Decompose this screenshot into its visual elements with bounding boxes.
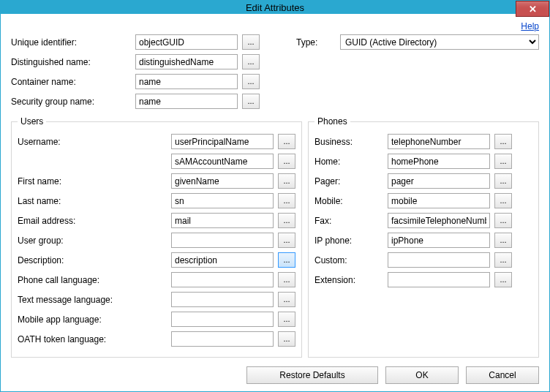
business-label: Business: [314, 137, 388, 147]
unique-identifier-input[interactable] [135, 34, 238, 50]
unique-identifier-browse-button[interactable]: ... [242, 34, 260, 50]
oath-token-lang-label: OATH token language: [18, 334, 171, 344]
business-input[interactable] [388, 134, 490, 149]
user-group-input[interactable] [171, 233, 274, 248]
username-label: Username: [18, 137, 171, 147]
dialog-buttons: Restore Defaults OK Cancel [11, 358, 539, 384]
container-name-browse-button[interactable]: ... [242, 74, 260, 89]
text-msg-lang-input[interactable] [171, 292, 274, 307]
pager-label: Pager: [314, 176, 388, 186]
phones-group: Phones Business: ... Home: ... Pager: ..… [308, 116, 539, 358]
description-input[interactable] [171, 252, 274, 268]
container-name-label: Container name: [11, 77, 135, 87]
phone-call-lang-input[interactable] [171, 272, 274, 287]
username2-browse-button[interactable]: ... [278, 154, 295, 169]
oath-token-lang-input[interactable] [171, 331, 274, 347]
mobile-label: Mobile: [314, 196, 388, 206]
type-label: Type: [296, 37, 340, 48]
username-browse-button[interactable]: ... [278, 134, 295, 149]
fax-label: Fax: [314, 216, 388, 226]
email-label: Email address: [18, 216, 171, 226]
help-link[interactable]: Help [521, 21, 539, 31]
ip-phone-input[interactable] [388, 233, 490, 248]
extension-input[interactable] [388, 272, 490, 287]
security-group-name-label: Security group name: [11, 97, 135, 107]
email-browse-button[interactable]: ... [278, 213, 295, 228]
distinguished-name-label: Distinguished name: [11, 57, 135, 67]
type-select[interactable]: GUID (Active Directory) [340, 34, 539, 50]
top-fields: Unique identifier: ... Type: GUID (Activ… [11, 34, 539, 109]
content-area: Help Unique identifier: ... Type: GUID (… [1, 14, 549, 391]
description-browse-button[interactable]: ... [278, 252, 295, 268]
security-group-name-input[interactable] [135, 94, 238, 109]
close-button[interactable]: ✕ [516, 1, 549, 17]
fax-browse-button[interactable]: ... [494, 213, 512, 228]
email-input[interactable] [171, 213, 274, 228]
last-name-label: Last name: [18, 196, 171, 206]
extension-label: Extension: [314, 275, 388, 285]
ok-button[interactable]: OK [385, 366, 459, 384]
ip-phone-browse-button[interactable]: ... [494, 233, 512, 248]
home-browse-button[interactable]: ... [494, 154, 512, 169]
extension-browse-button[interactable]: ... [494, 272, 512, 287]
window-title: Edit Attributes [1, 2, 549, 13]
mobile-input[interactable] [388, 193, 490, 208]
text-msg-lang-browse-button[interactable]: ... [278, 292, 295, 307]
edit-attributes-dialog: Edit Attributes ✕ Help Unique identifier… [0, 0, 550, 392]
unique-identifier-label: Unique identifier: [11, 37, 135, 48]
text-msg-lang-label: Text message language: [18, 295, 171, 305]
users-group: Users Username: ... ... First name: ... [11, 116, 302, 358]
container-name-input[interactable] [135, 74, 238, 89]
custom-input[interactable] [388, 252, 490, 268]
last-name-browse-button[interactable]: ... [278, 193, 295, 208]
mobile-browse-button[interactable]: ... [494, 193, 512, 208]
ip-phone-label: IP phone: [314, 235, 388, 246]
distinguished-name-input[interactable] [135, 54, 238, 69]
pager-input[interactable] [388, 173, 490, 189]
mobile-app-lang-label: Mobile app language: [18, 314, 171, 325]
user-group-label: User group: [18, 235, 171, 246]
users-legend: Users [18, 116, 46, 127]
fax-input[interactable] [388, 213, 490, 228]
custom-browse-button[interactable]: ... [494, 252, 512, 268]
home-label: Home: [314, 157, 388, 167]
distinguished-name-browse-button[interactable]: ... [242, 54, 260, 69]
home-input[interactable] [388, 154, 490, 169]
user-group-browse-button[interactable]: ... [278, 233, 295, 248]
phone-call-lang-label: Phone call language: [18, 275, 171, 285]
last-name-input[interactable] [171, 193, 274, 208]
first-name-input[interactable] [171, 173, 274, 189]
mobile-app-lang-input[interactable] [171, 312, 274, 327]
security-group-name-browse-button[interactable]: ... [242, 94, 260, 109]
business-browse-button[interactable]: ... [494, 134, 512, 149]
restore-defaults-button[interactable]: Restore Defaults [246, 366, 378, 384]
username-input[interactable] [171, 134, 274, 149]
description-label: Description: [18, 255, 171, 265]
titlebar: Edit Attributes ✕ [1, 1, 549, 14]
oath-token-lang-browse-button[interactable]: ... [278, 331, 295, 347]
phone-call-lang-browse-button[interactable]: ... [278, 272, 295, 287]
custom-label: Custom: [314, 255, 388, 265]
mobile-app-lang-browse-button[interactable]: ... [278, 312, 295, 327]
username2-input[interactable] [171, 154, 274, 169]
first-name-label: First name: [18, 176, 171, 186]
phones-legend: Phones [314, 116, 350, 127]
first-name-browse-button[interactable]: ... [278, 173, 295, 189]
pager-browse-button[interactable]: ... [494, 173, 512, 189]
cancel-button[interactable]: Cancel [466, 366, 539, 384]
